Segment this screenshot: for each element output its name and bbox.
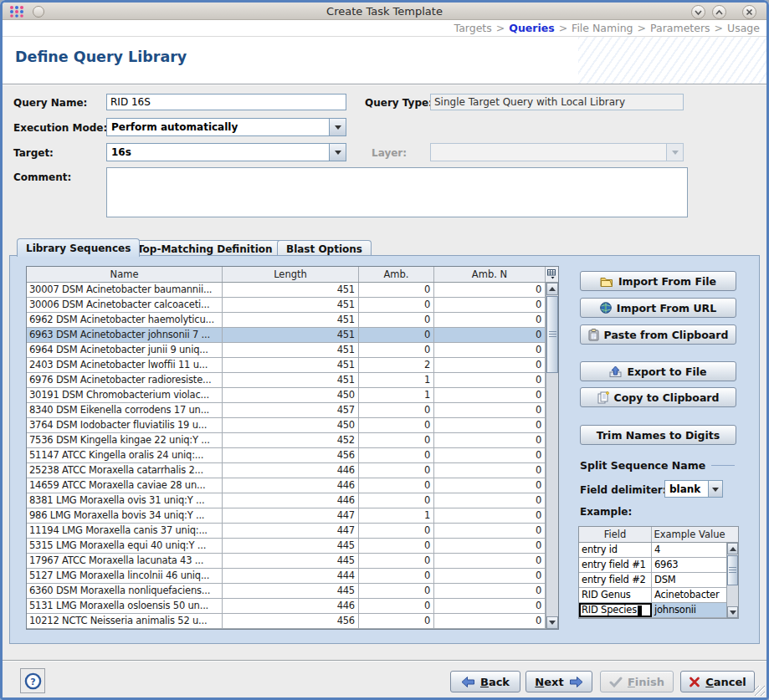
maximize-button[interactable] bbox=[712, 5, 726, 19]
example-row[interactable]: entry field #2DSM bbox=[579, 573, 738, 588]
example-row-selected[interactable]: RID Species johnsonii bbox=[579, 603, 738, 618]
example-row[interactable]: entry field #16963 bbox=[579, 558, 738, 573]
breadcrumb-queries[interactable]: Queries bbox=[509, 22, 554, 34]
comment-textarea[interactable] bbox=[106, 167, 688, 217]
table-row[interactable]: 3764 DSM Iodobacter fluviatilis 19 u...4… bbox=[27, 418, 558, 433]
window-title: Create Task Template bbox=[3, 5, 766, 18]
table-row-selected[interactable]: 6963 DSM Acinetobacter johnsonii 7 ...45… bbox=[27, 328, 558, 343]
table-body: 30007 DSM Acinetobacter baumannii...4510… bbox=[27, 283, 558, 629]
query-type-label: Query Type: bbox=[365, 97, 433, 109]
title-bar[interactable]: Create Task Template bbox=[3, 3, 766, 20]
back-arrow-icon bbox=[461, 676, 475, 688]
shade-button[interactable] bbox=[691, 5, 705, 19]
table-row[interactable]: 7536 DSM Kingella kingae 22 uniq:Y ...45… bbox=[27, 433, 558, 448]
scrollbar-thumb[interactable] bbox=[546, 296, 558, 373]
column-header-name[interactable]: Name bbox=[27, 267, 223, 282]
breadcrumb-targets[interactable]: Targets bbox=[454, 22, 492, 34]
scrollbar-thumb[interactable] bbox=[727, 555, 738, 585]
text-caret bbox=[638, 605, 642, 616]
table-row[interactable]: 6360 DSM Moraxella nonliquefaciens...445… bbox=[27, 584, 558, 599]
column-header-field[interactable]: Field bbox=[579, 527, 652, 542]
vertical-scrollbar[interactable] bbox=[546, 283, 558, 629]
table-row[interactable]: 6976 DSM Acinetobacter radioresiste...45… bbox=[27, 373, 558, 388]
triangle-up-icon bbox=[730, 544, 736, 551]
help-icon: ? bbox=[24, 672, 42, 690]
table-row[interactable]: 8381 LMG Moraxella ovis 31 uniq:Y ...446… bbox=[27, 493, 558, 508]
example-row[interactable]: RID GenusAcinetobacter bbox=[579, 588, 738, 603]
triangle-down-icon bbox=[549, 621, 556, 628]
copy-icon bbox=[597, 391, 609, 404]
library-sequences-table[interactable]: Name Length Amb. Amb. N 30007 DSM Acinet… bbox=[26, 266, 559, 630]
table-row[interactable]: 5127 LMG Moraxella lincolnii 46 uniq...4… bbox=[27, 569, 558, 584]
chevron-down-icon[interactable] bbox=[708, 481, 722, 497]
query-name-label: Query Name: bbox=[13, 97, 87, 109]
breadcrumb-file-naming[interactable]: File Naming bbox=[572, 22, 633, 34]
back-button[interactable]: Back bbox=[450, 671, 520, 692]
triangle-down-icon bbox=[730, 611, 736, 618]
target-select[interactable]: 16s bbox=[106, 143, 346, 161]
chevron-down-icon bbox=[666, 144, 683, 161]
paste-from-clipboard-button[interactable]: Paste from Clipboard bbox=[580, 324, 736, 345]
scroll-down-button[interactable] bbox=[727, 606, 738, 618]
column-control-button[interactable] bbox=[546, 267, 558, 282]
table-row[interactable]: 10212 NCTC Neisseria animalis 52 u...456… bbox=[27, 614, 558, 629]
close-button[interactable] bbox=[742, 5, 756, 19]
next-button[interactable]: Next bbox=[525, 671, 592, 692]
chevron-down-icon[interactable] bbox=[329, 144, 346, 161]
help-button[interactable]: ? bbox=[20, 668, 45, 693]
table-header: Name Length Amb. Amb. N bbox=[27, 267, 558, 283]
scroll-down-button[interactable] bbox=[546, 616, 558, 629]
table-row[interactable]: 5315 LMG Moraxella equi 40 uniq:Y ...445… bbox=[27, 539, 558, 554]
table-row[interactable]: 17967 ATCC Moraxella lacunata 43 ...4450… bbox=[27, 554, 558, 569]
column-header-length[interactable]: Length bbox=[223, 267, 359, 282]
field-delimiter-select[interactable]: blank bbox=[664, 480, 723, 498]
table-row[interactable]: 30006 DSM Acinetobacter calcoaceti...451… bbox=[27, 298, 558, 313]
import-from-url-button[interactable]: Import From URL bbox=[580, 298, 736, 318]
column-header-example-value[interactable]: Example Value bbox=[652, 527, 727, 542]
copy-to-clipboard-button[interactable]: Copy to Clipboard bbox=[580, 387, 736, 407]
triangle-up-icon bbox=[549, 284, 556, 291]
table-row[interactable]: 8340 DSM Eikenella corrodens 17 un...457… bbox=[27, 403, 558, 418]
table-grid-icon bbox=[547, 269, 557, 279]
divider bbox=[3, 661, 766, 662]
check-icon bbox=[609, 677, 623, 687]
scroll-up-button[interactable] bbox=[727, 543, 738, 554]
trim-names-to-digits-button[interactable]: Trim Names to Digits bbox=[580, 425, 736, 445]
column-header-amb-n[interactable]: Amb. N bbox=[434, 267, 546, 282]
column-header-amb[interactable]: Amb. bbox=[359, 267, 434, 282]
comment-label: Comment: bbox=[13, 171, 71, 183]
tab-blast-options[interactable]: Blast Options bbox=[277, 240, 372, 256]
chevron-down-icon[interactable] bbox=[329, 119, 346, 135]
example-vertical-scrollbar[interactable] bbox=[726, 543, 738, 618]
table-row[interactable]: 11194 LMG Moraxella canis 37 uniq:...447… bbox=[27, 524, 558, 539]
query-name-input[interactable] bbox=[106, 94, 346, 110]
execution-mode-select[interactable]: Perform automatically bbox=[106, 118, 346, 136]
example-table[interactable]: Field Example Value entry id4 entry fiel… bbox=[578, 526, 739, 619]
execution-mode-label: Execution Mode: bbox=[13, 122, 107, 134]
table-row[interactable]: 25238 ATCC Moraxella catarrhalis 2...446… bbox=[27, 463, 558, 478]
scroll-up-button[interactable] bbox=[546, 283, 558, 295]
breadcrumb-usage[interactable]: Usage bbox=[727, 22, 760, 34]
import-from-file-button[interactable]: Import From File bbox=[580, 271, 736, 291]
page-title: Define Query Library bbox=[15, 49, 187, 65]
table-row[interactable]: 5131 LMG Moraxella osloensis 50 un...446… bbox=[27, 599, 558, 614]
table-row[interactable]: 30007 DSM Acinetobacter baumannii...4510… bbox=[27, 283, 558, 298]
table-row[interactable]: 2403 DSM Acinetobacter lwoffii 11 u...45… bbox=[27, 358, 558, 373]
resize-grip[interactable] bbox=[755, 686, 765, 696]
table-row[interactable]: 30191 DSM Chromobacterium violac...45010 bbox=[27, 388, 558, 403]
cancel-x-icon bbox=[689, 677, 700, 687]
field-name-editor[interactable]: RID Species bbox=[579, 603, 652, 617]
breadcrumb-parameters[interactable]: Parameters bbox=[650, 22, 710, 34]
tab-library-sequences[interactable]: Library Sequences bbox=[17, 238, 140, 257]
svg-text:?: ? bbox=[30, 676, 35, 687]
breadcrumb: Targets>Queries>File Naming>Parameters>U… bbox=[454, 22, 760, 34]
table-row[interactable]: 986 LMG Moraxella bovis 34 uniq:Y ...447… bbox=[27, 508, 558, 524]
export-to-file-button[interactable]: Export to File bbox=[580, 361, 736, 381]
table-row[interactable]: 6964 DSM Acinetobacter junii 9 uniq...45… bbox=[27, 343, 558, 358]
tab-top-matching-definition[interactable]: Top-Matching Definition bbox=[128, 240, 282, 256]
table-row[interactable]: 51147 ATCC Kingella oralis 24 uniq:...45… bbox=[27, 448, 558, 463]
table-row[interactable]: 14659 ATCC Moraxella caviae 28 un...4460… bbox=[27, 478, 558, 493]
example-row[interactable]: entry id4 bbox=[579, 543, 738, 558]
cancel-button[interactable]: Cancel bbox=[680, 671, 755, 692]
table-row[interactable]: 6962 DSM Acinetobacter haemolyticu...451… bbox=[27, 313, 558, 328]
